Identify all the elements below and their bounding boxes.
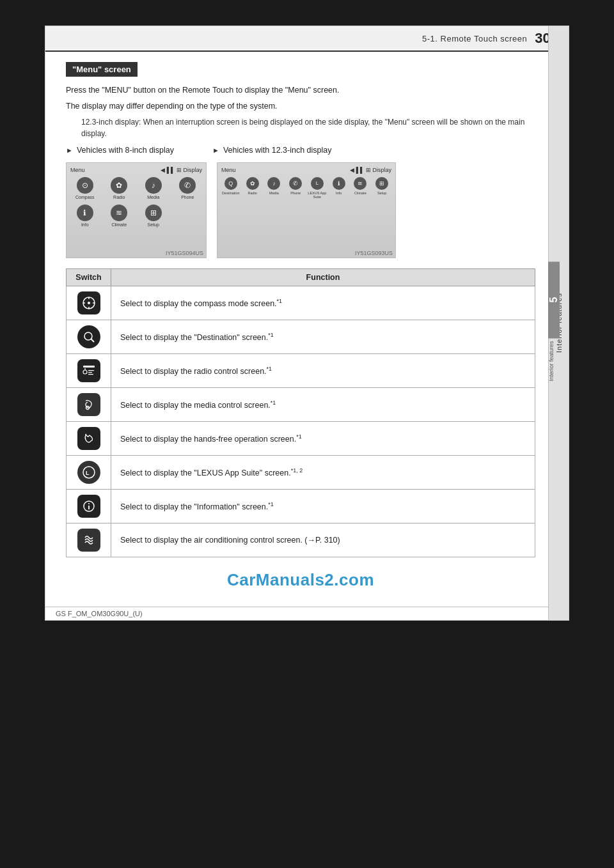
function-text-media: Select to display the media control scre… xyxy=(120,401,276,410)
screen1-caption: IY51GS094US xyxy=(166,250,203,256)
bullet-arrow-1: ► xyxy=(66,146,73,154)
menu2-icon-climate: ≋ Climate xyxy=(351,177,370,199)
screen-123inch: Menu ◀ ▌▌ ⊞ Display Q Destination ✿ Radi… xyxy=(217,162,396,258)
table-row: Select to display the hands-free operati… xyxy=(67,421,535,455)
screen1-status: ◀ ▌▌ ⊞ Display xyxy=(161,167,202,173)
switch-cell-info xyxy=(67,489,111,523)
climate-icon: ≋ xyxy=(111,205,127,221)
info-icon: ℹ xyxy=(77,205,93,221)
menu-icon-radio: ✿ Radio xyxy=(105,177,134,199)
bullet-arrow-2: ► xyxy=(212,146,219,154)
menu2-icon-phone: ✆ Phone xyxy=(286,177,305,199)
table-row: L Select to display the "LEXUS App Suite… xyxy=(67,455,535,489)
screen-8inch: Menu ◀ ▌▌ ⊞ Display ⊙ Compass ✿ Radio xyxy=(66,162,207,258)
svg-text:L: L xyxy=(86,470,90,476)
function-text-dest: Select to display the "Destination" scre… xyxy=(120,333,274,342)
intro-line1: Press the "MENU" button on the Remote To… xyxy=(66,84,535,97)
destination-icon: Q xyxy=(224,177,237,190)
superscript-3: *1 xyxy=(267,365,272,371)
switch-cell-phone xyxy=(67,421,111,455)
info2-icon: ℹ xyxy=(333,177,345,190)
function-cell-info: Select to display the "Information" scre… xyxy=(111,489,535,523)
function-table: Switch Function xyxy=(66,268,535,557)
table-row: Select to display the "Information" scre… xyxy=(67,489,535,523)
phone-icon: ✆ xyxy=(179,177,196,194)
climate-switch-icon xyxy=(77,529,100,552)
table-row: Select to display the compass mode scree… xyxy=(67,286,535,320)
switch-cell-dest xyxy=(67,320,111,353)
function-cell-media: Select to display the media control scre… xyxy=(111,387,535,421)
function-text-climate: Select to display the air conditioning c… xyxy=(120,536,340,545)
bullet-8inch: ► Vehicles with 8-inch display xyxy=(66,146,174,155)
col-function: Function xyxy=(111,268,535,286)
bullet-123inch: ► Vehicles with 12.3-inch display xyxy=(212,146,331,155)
sidebar-number: 5 xyxy=(548,262,560,339)
footer-text: GS F_OM_OM30G90U_(U) xyxy=(56,610,143,617)
superscript-1: *1 xyxy=(277,297,283,304)
screen2-status: ◀ ▌▌ ⊞ Display xyxy=(350,167,391,173)
page-header: 5-1. Remote Touch screen 307 xyxy=(45,26,569,52)
function-text-radio: Select to display the radio control scre… xyxy=(120,367,272,376)
radio2-icon: ✿ xyxy=(246,177,259,190)
menu-icon-info: ℹ Info xyxy=(70,205,100,227)
sidebar-section-label: Interior features xyxy=(548,339,555,384)
phone-switch-icon xyxy=(77,427,100,450)
table-row: Select to display the media control scre… xyxy=(67,387,535,421)
radio-switch-icon xyxy=(77,359,100,382)
lexus-app-switch-icon: L xyxy=(77,461,100,484)
svg-rect-13 xyxy=(88,374,93,375)
lexus-app-icon: L xyxy=(311,177,324,190)
superscript-6: *1, 2 xyxy=(291,467,303,473)
menu2-icon-lexus: L LEXUS App Suite xyxy=(308,177,327,199)
superscript-7: *1 xyxy=(268,500,274,507)
function-text-info: Select to display the "Information" scre… xyxy=(120,502,274,511)
svg-point-1 xyxy=(88,302,90,304)
function-cell-climate: Select to display the air conditioning c… xyxy=(111,523,535,557)
footer: GS F_OM_OM30G90U_(U) xyxy=(45,607,569,620)
vehicle2-label: Vehicles with 12.3-inch display xyxy=(223,146,332,155)
function-cell-dest: Select to display the "Destination" scre… xyxy=(111,320,535,353)
setup2-icon: ⊞ xyxy=(375,177,388,190)
svg-rect-8 xyxy=(83,366,95,368)
destination-switch-icon xyxy=(77,325,100,348)
function-cell-compass: Select to display the compass mode scree… xyxy=(111,286,535,320)
svg-line-7 xyxy=(91,339,94,342)
menu-icon-phone: ✆ Phone xyxy=(173,177,203,199)
function-text-lexus: Select to display the "LEXUS App Suite" … xyxy=(120,469,303,477)
intro-line2: The display may differ depending on the … xyxy=(66,100,535,112)
switch-cell-lexus: L xyxy=(67,455,111,489)
compass-switch-icon xyxy=(77,291,100,314)
note-text: 12.3-inch display: When an interruption … xyxy=(81,116,535,139)
compass-icon: ⊙ xyxy=(77,177,93,194)
screen2-title: Menu xyxy=(221,167,236,173)
function-cell-radio: Select to display the radio control scre… xyxy=(111,353,535,387)
table-row: Select to display the "Destination" scre… xyxy=(67,320,535,353)
screens-row: Menu ◀ ▌▌ ⊞ Display ⊙ Compass ✿ Radio xyxy=(66,162,535,258)
section-heading: "Menu" screen xyxy=(66,62,138,77)
phone2-icon: ✆ xyxy=(289,177,302,190)
svg-point-9 xyxy=(83,370,87,374)
vehicle-bullets: ► Vehicles with 8-inch display ► Vehicle… xyxy=(66,146,535,155)
switch-cell-climate xyxy=(67,523,111,557)
switch-cell-media xyxy=(67,387,111,421)
svg-rect-12 xyxy=(88,372,92,373)
menu2-icon-radio: ✿ Radio xyxy=(243,177,262,199)
superscript-2: *1 xyxy=(268,331,274,337)
svg-point-18 xyxy=(88,503,90,504)
screen2-caption: IY51GS093US xyxy=(355,250,393,256)
media-switch-icon xyxy=(77,393,100,416)
menu2-icon-setup: ⊞ Setup xyxy=(372,177,391,199)
menu-icon-compass: ⊙ Compass xyxy=(70,177,100,199)
switch-cell-radio xyxy=(67,353,111,387)
table-row: Select to display the radio control scre… xyxy=(67,353,535,387)
vehicle1-label: Vehicles with 8-inch display xyxy=(77,146,174,155)
media-icon: ♪ xyxy=(145,177,162,194)
screen1-title: Menu xyxy=(70,167,85,173)
function-cell-phone: Select to display the hands-free operati… xyxy=(111,421,535,455)
menu-icon-setup: ⊞ Setup xyxy=(139,205,168,227)
superscript-4: *1 xyxy=(271,399,276,405)
menu2-icon-info: ℹ Info xyxy=(329,177,349,199)
function-cell-lexus: Select to display the "LEXUS App Suite" … xyxy=(111,455,535,489)
menu-icon-climate: ≋ Climate xyxy=(105,205,134,227)
col-switch: Switch xyxy=(67,268,111,286)
